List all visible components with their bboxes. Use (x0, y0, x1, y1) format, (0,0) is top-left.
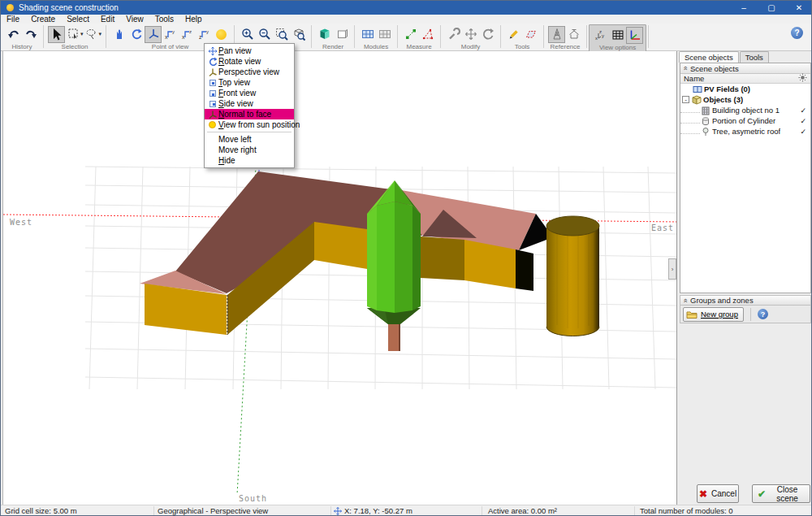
render-solid-cube-icon[interactable] (316, 26, 333, 43)
house-reference-icon[interactable] (565, 26, 582, 43)
shading-scene-window: Shading scene construction – ▢ ✕ File Cr… (0, 0, 812, 516)
rotate-object-icon[interactable] (479, 26, 496, 43)
tab-tools[interactable]: Tools (740, 51, 769, 63)
menu-help[interactable]: Help (179, 15, 208, 24)
collapse-minus-icon[interactable]: - (682, 96, 689, 103)
menu-item-rotate-view[interactable]: Rotate view (205, 56, 294, 67)
tree-item-building[interactable]: Building object no 1 ✓ (680, 105, 810, 115)
move-object-icon[interactable] (462, 26, 479, 43)
help-icon[interactable]: ? (791, 27, 803, 39)
close-scene-button[interactable]: ✔ Close scene (752, 484, 810, 503)
menu-item-pan-view[interactable]: Pan view (205, 46, 294, 56)
menu-file[interactable]: File (1, 15, 25, 24)
axis-xz-icon[interactable]: xz (179, 26, 196, 43)
measure-angle-icon[interactable] (419, 26, 436, 43)
menu-item-front-view[interactable]: Front view (205, 88, 294, 98)
tab-scene-objects[interactable]: Scene objects (679, 51, 739, 63)
lasso-select-caret-icon[interactable]: ▾ (99, 31, 102, 37)
menu-view[interactable]: View (120, 15, 149, 24)
zoom-in-icon[interactable] (239, 26, 256, 43)
toolbar-group-modules: Modules (356, 24, 395, 50)
toolbar-group-tools: Tools (503, 24, 542, 50)
redo-icon[interactable] (22, 26, 39, 43)
measure-distance-icon[interactable] (402, 26, 419, 43)
compass-east-label: East (651, 223, 674, 232)
zone-shape-icon[interactable] (522, 26, 539, 43)
rect-select-icon[interactable] (65, 26, 82, 43)
collapse-chevron-icon: » (681, 298, 689, 302)
svg-text:x: x (595, 36, 598, 41)
pan-hand-icon[interactable] (110, 26, 127, 43)
rotate-view-icon[interactable] (127, 26, 145, 43)
status-active-area: Active area: 0.00 m² (488, 506, 557, 515)
toolbar-group-reference: Reference (546, 24, 585, 50)
pylon-icon[interactable] (548, 26, 565, 43)
toolbar-group-measure: Measure (400, 24, 438, 50)
tree-item-objects[interactable]: - Objects (3) (680, 94, 810, 105)
building-object[interactable] (140, 171, 553, 335)
group-label-reference: Reference (551, 44, 581, 50)
menu-create[interactable]: Create (25, 15, 61, 24)
undo-icon[interactable] (5, 26, 22, 43)
axis-xy-icon[interactable]: xy (162, 26, 179, 43)
panel-collapse-handle[interactable]: › (668, 258, 676, 280)
maximize-button[interactable]: ▢ (758, 1, 785, 15)
menu-item-top-view[interactable]: Top view (205, 77, 294, 88)
zoom-extents-icon[interactable] (290, 26, 307, 43)
menu-item-move-left[interactable]: Move left (205, 134, 294, 145)
minimize-button[interactable]: – (730, 1, 758, 15)
menu-select[interactable]: Select (61, 15, 95, 24)
cylinder-object[interactable] (546, 216, 599, 336)
wrench-icon[interactable] (445, 26, 462, 43)
tree-item-tree[interactable]: Tree, asymetric roof ✓ (680, 126, 810, 137)
collapse-chevron-icon: » (681, 66, 689, 70)
lasso-select-icon[interactable] (84, 26, 101, 43)
group-label-view-options: View options (599, 45, 636, 51)
groups-zones-box: » Groups and zones New group ? (680, 295, 811, 323)
close-button[interactable]: ✕ (785, 1, 812, 15)
menu-item-move-right[interactable]: Move right (205, 145, 294, 155)
scene-canvas[interactable]: West East South (2, 51, 676, 505)
axis-zy-icon[interactable]: zy (196, 26, 213, 43)
visible-check[interactable]: ✓ (800, 106, 806, 115)
perspective-axis-icon[interactable] (145, 26, 162, 43)
menu-tools[interactable]: Tools (149, 15, 179, 24)
close-check-icon: ✔ (758, 488, 766, 500)
groups-zones-header[interactable]: » Groups and zones (680, 295, 811, 306)
menu-item-side-view[interactable]: Side view (205, 98, 294, 109)
menu-item-view-from-sun[interactable]: View from sun position (205, 119, 294, 130)
menu-item-normal-to-face[interactable]: Normal to face (205, 109, 294, 119)
group-label-measure: Measure (406, 44, 431, 50)
name-column-header[interactable]: Name (680, 74, 810, 84)
menu-item-hide[interactable]: Hide (205, 155, 294, 166)
visible-check[interactable]: ✓ (800, 128, 806, 136)
tree-item-pv-fields[interactable]: PV Fields (0) (680, 84, 810, 94)
sun-position-icon[interactable] (213, 26, 230, 43)
modules-table-gray-icon[interactable] (376, 26, 393, 43)
zoom-out-icon[interactable] (256, 26, 273, 43)
tree-item-cylinder[interactable]: Portion of Cylinder ✓ (680, 115, 810, 126)
visible-check[interactable]: ✓ (800, 117, 806, 125)
axis-color-icon[interactable] (626, 27, 643, 44)
cancel-button[interactable]: ✖ Cancel (697, 484, 739, 503)
scene-objects-header[interactable]: » Scene objects (680, 63, 810, 74)
select-arrow-icon[interactable] (48, 26, 65, 43)
menu-edit[interactable]: Edit (95, 15, 120, 24)
modules-table-blue-icon[interactable] (359, 26, 376, 43)
status-bar: Grid cell size: 5.00 m Geographical - Pe… (1, 505, 812, 515)
grid-icon[interactable] (609, 27, 626, 44)
axis-letters-icon[interactable]: zxy (592, 27, 609, 44)
group-label-selection: Selection (62, 44, 89, 50)
zoom-window-icon[interactable] (273, 26, 290, 43)
toolbar-group-view-options: zxy View options (589, 24, 646, 52)
visibility-sun-icon[interactable] (798, 73, 807, 84)
toolbar: History ▾ ▾ Selection (1, 24, 812, 51)
render-box-icon[interactable] (333, 26, 350, 43)
svg-text:y: y (172, 29, 175, 34)
compass-south-label: South (239, 494, 267, 503)
scene-3d-view: West East South (3, 51, 677, 505)
menu-item-perspective-view[interactable]: Perspective view (205, 67, 294, 77)
pencil-icon[interactable] (505, 26, 522, 43)
groups-help-icon[interactable]: ? (758, 309, 768, 319)
new-group-button[interactable]: New group (683, 307, 744, 322)
